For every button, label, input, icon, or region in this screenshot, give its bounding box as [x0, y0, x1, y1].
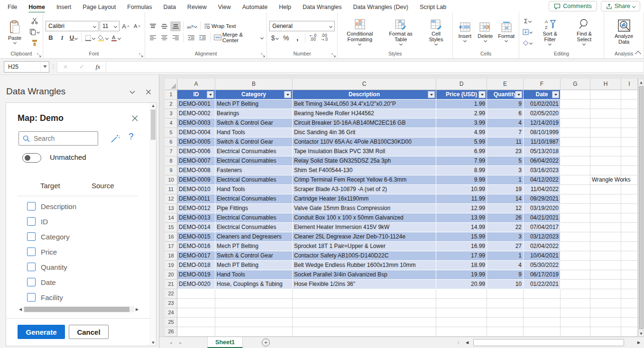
scroll-left-icon[interactable]: ◀	[18, 307, 23, 311]
increase-indent-button[interactable]	[197, 33, 208, 43]
cell-F9[interactable]: 03/16/2023	[524, 166, 561, 175]
cell-C19[interactable]: Belt Wedge Endless Rubber 1600x13mm 10mm	[293, 261, 436, 270]
cell-D18[interactable]: 17.99	[436, 251, 487, 261]
row-header-15[interactable]: 15	[165, 223, 177, 232]
cell-G6[interactable]	[561, 137, 590, 147]
cell-B19[interactable]: Mech PT Belting	[215, 261, 293, 270]
checkbox-date[interactable]	[27, 278, 36, 286]
cell-E6[interactable]: 11	[487, 137, 524, 147]
cell-H9[interactable]	[590, 166, 621, 175]
cell-D9[interactable]: 8.99	[436, 166, 487, 175]
scrollbar-thumb[interactable]	[473, 339, 624, 346]
cell-C24[interactable]	[293, 308, 436, 318]
cell-D4[interactable]: 3.99	[436, 119, 487, 128]
row-header-19[interactable]: 19	[165, 261, 177, 270]
cell-B8[interactable]: Electrical Consumables	[215, 156, 293, 166]
cell-D20[interactable]: 19.99	[436, 270, 487, 280]
ribbon-tab-script-lab[interactable]: Script Lab	[414, 1, 452, 12]
cell-I7[interactable]	[621, 147, 638, 156]
row-header-16[interactable]: 16	[165, 232, 177, 242]
cell-E8[interactable]: 5	[487, 156, 524, 166]
cell-G3[interactable]	[561, 109, 590, 119]
checkbox-id[interactable]	[27, 217, 36, 226]
row-header-20[interactable]: 20	[165, 270, 177, 280]
generate-button[interactable]: Generate	[18, 325, 65, 339]
ribbon-tab-review[interactable]: Review	[182, 1, 212, 12]
cell-B5[interactable]: Hand Tools	[215, 128, 293, 137]
copy-button[interactable]	[28, 27, 40, 37]
comma-style-button[interactable]: ,	[292, 33, 303, 43]
cell-B22[interactable]	[215, 289, 293, 299]
scroll-down-icon[interactable]: ▼	[638, 330, 644, 337]
cell-D15[interactable]: 14.99	[436, 223, 487, 232]
cell-G9[interactable]	[561, 166, 590, 175]
cell-D12[interactable]: 11.99	[436, 194, 487, 204]
cell-G24[interactable]	[561, 308, 590, 318]
cell-I9[interactable]	[621, 166, 638, 175]
cell-G5[interactable]	[561, 128, 590, 137]
analyze-data-button[interactable]: Analyze Data	[607, 15, 641, 49]
cell-B24[interactable]	[215, 308, 293, 318]
ribbon-tab-file[interactable]: File	[2, 1, 23, 12]
checkbox-description[interactable]	[27, 202, 36, 211]
cell-G8[interactable]	[561, 156, 590, 166]
row-header-14[interactable]: 14	[165, 213, 177, 223]
cell-D3[interactable]: 2.99	[436, 109, 487, 119]
ribbon-tab-view[interactable]: View	[212, 1, 237, 12]
unmatched-toggle[interactable]	[22, 153, 41, 163]
column-header-F[interactable]: F	[524, 79, 561, 90]
filter-button-F1[interactable]	[552, 91, 559, 98]
row-header-6[interactable]: 6	[165, 137, 177, 147]
cell-E16[interactable]: 3	[487, 232, 524, 242]
cell-F21[interactable]: 01/22/2021	[524, 280, 561, 289]
cell-I4[interactable]	[621, 119, 638, 128]
cell-D2[interactable]: 1.99	[436, 100, 487, 109]
increase-font-button[interactable]: A˄	[120, 21, 131, 31]
row-header-3[interactable]: 3	[165, 109, 177, 119]
cell-H10-wrangle-works[interactable]: Wrangle Works	[590, 175, 621, 185]
ribbon-tab-data-wrangles-dev[interactable]: Data Wrangles (Dev)	[347, 1, 414, 12]
scroll-up-icon[interactable]: ▲	[150, 104, 156, 108]
table-header-category[interactable]: Category	[215, 90, 293, 100]
magic-wand-icon[interactable]	[110, 134, 120, 143]
cell-H16[interactable]	[590, 232, 621, 242]
cell-H25[interactable]	[590, 318, 621, 327]
number-dialog-launcher[interactable]	[331, 53, 336, 57]
cell-F11[interactable]: 11/04/2022	[524, 185, 561, 194]
wrap-text-button[interactable]: Wrap Text	[203, 21, 237, 31]
cell-A14[interactable]: DEMO-0013	[177, 213, 215, 223]
cell-F8[interactable]: 06/04/2022	[524, 156, 561, 166]
fill-color-button[interactable]	[97, 33, 109, 43]
cell-C10[interactable]: Crimp Terminal Fem Recept Yellow 6-6.3mm	[293, 175, 436, 185]
cell-F22[interactable]	[524, 289, 561, 299]
cell-F17[interactable]: 02/04/2022	[524, 242, 561, 251]
cell-G1[interactable]	[561, 90, 590, 100]
align-right-button[interactable]	[170, 33, 181, 43]
cell-F5[interactable]: 08/10/1999	[524, 128, 561, 137]
number-format-select[interactable]: General	[269, 21, 335, 31]
cell-B23[interactable]	[215, 299, 293, 308]
cell-C26[interactable]	[293, 327, 436, 337]
cell-F15[interactable]: 07/04/2017	[524, 223, 561, 232]
ribbon-tab-home[interactable]: Home	[23, 1, 51, 12]
cell-I3[interactable]	[621, 109, 638, 119]
cell-F2[interactable]: 01/02/2021	[524, 100, 561, 109]
cell-D16[interactable]: 15.99	[436, 232, 487, 242]
cell-I2[interactable]	[621, 100, 638, 109]
cell-H12[interactable]	[590, 194, 621, 204]
cell-G15[interactable]	[561, 223, 590, 232]
cell-E12[interactable]: 14	[487, 194, 524, 204]
align-bottom-button[interactable]	[170, 21, 181, 31]
cell-F25[interactable]	[524, 318, 561, 327]
filter-button-E1[interactable]	[515, 91, 522, 98]
cell-H2[interactable]	[590, 100, 621, 109]
table-header-id[interactable]: ID	[177, 90, 215, 100]
decrease-indent-button[interactable]	[186, 33, 196, 43]
cell-A12[interactable]: DEMO-0011	[177, 194, 215, 204]
checkbox-quantity[interactable]	[27, 263, 36, 271]
cell-B11[interactable]: Hand Tools	[215, 185, 293, 194]
cell-E17[interactable]: 27	[487, 242, 524, 251]
cell-I26[interactable]	[621, 327, 638, 337]
filter-button-C1[interactable]	[428, 91, 435, 98]
cell-C8[interactable]: Relay Solid State GN325DSZ 25a 3ph	[293, 156, 436, 166]
